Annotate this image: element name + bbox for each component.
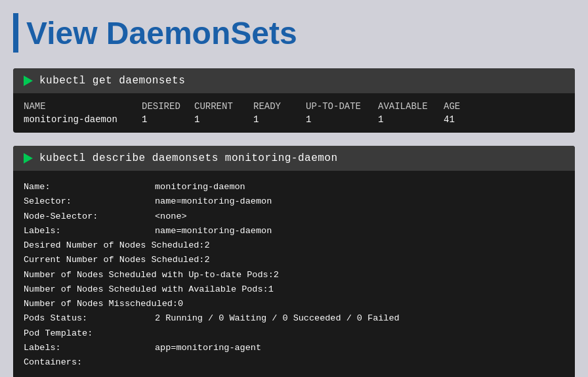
- describe-label: Current Number of Nodes Scheduled:: [24, 253, 204, 267]
- describe-line: Selector:name=monitoring-daemon: [24, 194, 564, 209]
- table-data-row: monitoring-daemon 1 1 1 1 1 41: [24, 114, 564, 125]
- terminal-header-1: kubectl get daemonsets: [13, 68, 575, 93]
- col-data-uptodate: 1: [306, 114, 378, 125]
- describe-value: monitoring-daemon: [155, 182, 245, 192]
- describe-line: Labels:name=monitoring-daemon: [24, 224, 564, 238]
- terminal-body-2: Name:monitoring-daemonSelector:name=moni…: [13, 171, 575, 377]
- page-title-text: View DaemonSets: [26, 15, 297, 51]
- describe-value: <none>: [155, 211, 187, 221]
- describe-label: Pods Status:: [24, 311, 155, 326]
- describe-label: Labels:: [24, 341, 155, 355]
- describe-value: 2: [274, 270, 279, 280]
- col-header-current: CURRENT: [194, 101, 253, 112]
- terminal-get-daemonsets: kubectl get daemonsets NAME DESIRED CURR…: [13, 68, 575, 133]
- describe-line: Number of Nodes Misscheduled:0: [24, 297, 564, 311]
- describe-value: 2 Running / 0 Waiting / 0 Succeeded / 0 …: [155, 313, 400, 323]
- terminal-body-1: NAME DESIRED CURRENT READY UP-TO-DATE AV…: [13, 93, 575, 133]
- describe-line: Number of Nodes Scheduled with Available…: [24, 282, 564, 297]
- col-header-ready: READY: [253, 101, 306, 112]
- terminal-command-1: kubectl get daemonsets: [39, 75, 185, 87]
- play-icon-1: [24, 76, 33, 86]
- describe-label: Number of Nodes Scheduled with Available…: [24, 282, 268, 297]
- describe-label: Node-Selector:: [24, 210, 155, 224]
- describe-value: name=monitoring-daemon: [155, 196, 272, 206]
- describe-line: Labels:app=monitoring-agent: [24, 341, 564, 355]
- describe-value: 2: [204, 255, 209, 265]
- describe-label: Selector:: [24, 194, 155, 209]
- table-header-row: NAME DESIRED CURRENT READY UP-TO-DATE AV…: [24, 101, 564, 112]
- describe-label: Number of Nodes Scheduled with Up-to-dat…: [24, 268, 274, 282]
- title-bar-decoration: [13, 13, 18, 53]
- col-data-age: 41: [444, 114, 483, 125]
- terminal-describe-daemonsets: kubectl describe daemonsets monitoring-d…: [13, 146, 575, 377]
- col-data-available: 1: [378, 114, 444, 125]
- page-title: View DaemonSets: [13, 13, 575, 53]
- terminal-header-2: kubectl describe daemonsets monitoring-d…: [13, 146, 575, 171]
- describe-line: Current Number of Nodes Scheduled:2: [24, 253, 564, 267]
- col-header-desired: DESIRED: [142, 101, 194, 112]
- col-data-current: 1: [194, 114, 253, 125]
- col-header-uptodate: UP-TO-DATE: [306, 101, 378, 112]
- describe-value: 2: [204, 240, 209, 250]
- col-data-desired: 1: [142, 114, 194, 125]
- play-icon-2: [24, 153, 33, 164]
- describe-line: Number of Nodes Scheduled with Up-to-dat…: [24, 268, 564, 282]
- describe-line: Desired Number of Nodes Scheduled:2: [24, 238, 564, 253]
- describe-line: Pod Template:: [24, 326, 564, 341]
- describe-label: Labels:: [24, 224, 155, 238]
- describe-line: Containers:: [24, 355, 564, 370]
- describe-label: Name:: [24, 180, 155, 194]
- col-header-available: AVAILABLE: [378, 101, 444, 112]
- col-data-name: monitoring-daemon: [24, 114, 142, 125]
- describe-line: Node-Selector:<none>: [24, 210, 564, 224]
- describe-value: 0: [178, 299, 183, 309]
- describe-value: app=monitoring-agent: [155, 343, 261, 353]
- describe-label: Number of Nodes Misscheduled:: [24, 297, 178, 311]
- col-header-age: AGE: [444, 101, 483, 112]
- describe-value: 1: [268, 284, 274, 294]
- describe-label: Desired Number of Nodes Scheduled:: [24, 238, 204, 253]
- terminal-command-2: kubectl describe daemonsets monitoring-d…: [39, 152, 338, 164]
- col-header-name: NAME: [24, 101, 142, 112]
- col-data-ready: 1: [253, 114, 306, 125]
- describe-line: Name:monitoring-daemon: [24, 180, 564, 194]
- describe-value: name=monitoring-daemon: [155, 226, 272, 236]
- describe-line: Pods Status:2 Running / 0 Waiting / 0 Su…: [24, 311, 564, 326]
